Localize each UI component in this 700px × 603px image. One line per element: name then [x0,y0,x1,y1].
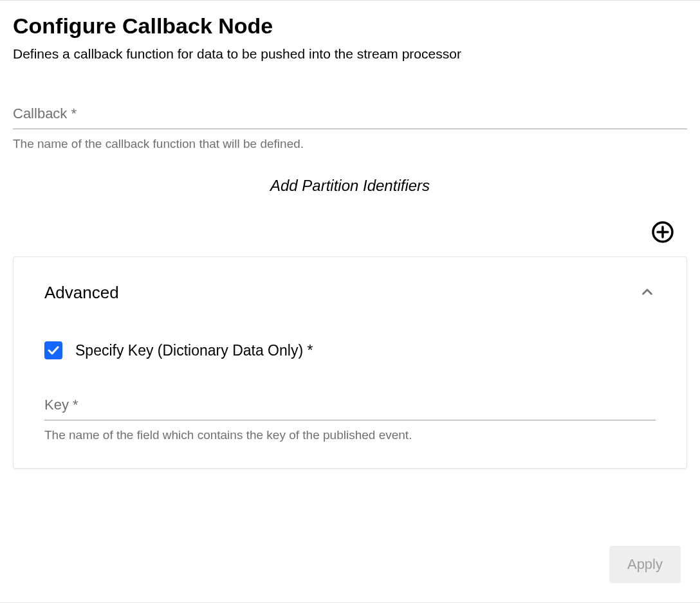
callback-helper-text: The name of the callback function that w… [13,137,687,151]
callback-input[interactable] [13,100,687,129]
callback-field-group: The name of the callback function that w… [13,100,687,151]
check-icon [47,344,60,357]
page-subtitle: Defines a callback function for data to … [13,46,687,62]
specify-key-checkbox[interactable] [44,341,62,359]
page-title: Configure Callback Node [13,14,687,39]
key-input[interactable] [44,392,656,420]
partition-section-label: Add Partition Identifiers [13,177,687,195]
key-helper-text: The name of the field which contains the… [44,428,656,442]
add-partition-button[interactable] [651,221,674,244]
advanced-toggle[interactable]: Advanced [44,283,656,303]
chevron-up-icon [639,284,656,303]
advanced-card: Advanced Specify Key (Dictionary Data On… [13,256,687,469]
advanced-title: Advanced [44,283,119,303]
plus-circle-icon [651,221,674,244]
specify-key-label: Specify Key (Dictionary Data Only) * [75,342,313,359]
apply-button[interactable]: Apply [609,546,681,583]
